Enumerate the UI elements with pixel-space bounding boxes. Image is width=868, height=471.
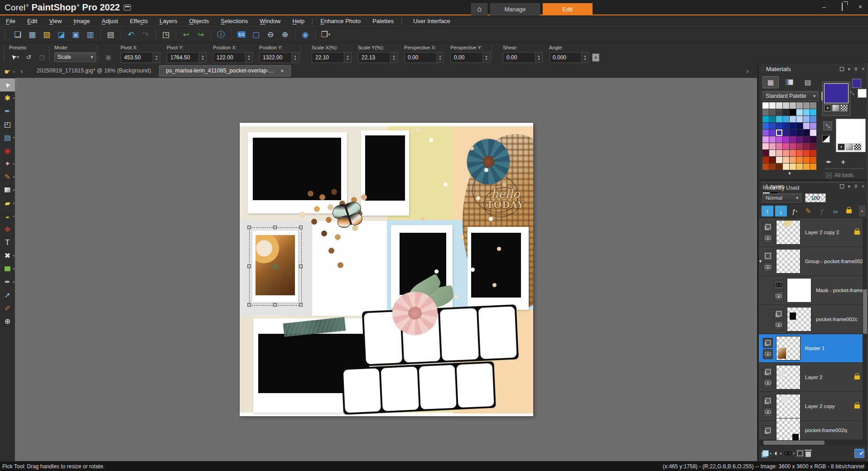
- dropper-tool[interactable]: ✒: [0, 105, 15, 118]
- layers-toolbar-overflow[interactable]: ▾: [859, 206, 865, 216]
- float-panel-icon[interactable]: [840, 184, 844, 188]
- angle-dropdown-button[interactable]: ▾: [592, 53, 599, 62]
- edit-selection-button[interactable]: ✎: [802, 206, 814, 216]
- spinner-buttons[interactable]: ▲▼: [535, 52, 543, 63]
- workspace-tab-manage[interactable]: Manage: [490, 3, 540, 15]
- color-swatch[interactable]: [776, 143, 782, 149]
- palette-select[interactable]: Standard Palette ▾: [762, 91, 819, 101]
- pivot-handle[interactable]: [273, 264, 278, 269]
- save-as-button[interactable]: ▥: [83, 28, 97, 41]
- foreground-color-swatch[interactable]: [824, 83, 849, 103]
- expand-collapse-icon[interactable]: ▼: [759, 259, 762, 264]
- layer-row-pocket-frame002q[interactable]: pocket-frame002q: [759, 421, 868, 439]
- resize-handle[interactable]: [299, 303, 303, 307]
- restore-button[interactable]: [838, 3, 846, 10]
- mode-select[interactable]: Scale▾: [54, 52, 96, 62]
- mini-foreground-swatch[interactable]: [852, 79, 861, 88]
- dropper-icon[interactable]: ✒: [826, 158, 832, 166]
- color-swatch[interactable]: [776, 130, 782, 136]
- pick-tool-selection-box[interactable]: [249, 227, 301, 305]
- makeover-tool[interactable]: ✦▾: [0, 157, 15, 170]
- color-swatch[interactable]: [810, 102, 816, 109]
- gradient-tool[interactable]: ▾: [0, 183, 15, 197]
- color-swatch[interactable]: [803, 130, 810, 136]
- zoom-out-button[interactable]: ⊖: [264, 28, 277, 41]
- color-swatch[interactable]: [776, 123, 782, 129]
- layer-visibility-cell[interactable]: [763, 407, 773, 417]
- numeric-field[interactable]: 122.00▲▼: [213, 52, 253, 63]
- browse-button[interactable]: ▦: [25, 28, 39, 41]
- color-swatch[interactable]: [796, 163, 803, 170]
- color-swatch[interactable]: [796, 136, 803, 143]
- color-swatch[interactable]: [776, 163, 782, 170]
- color-swatch[interactable]: [769, 116, 776, 122]
- color-swatch[interactable]: [796, 150, 803, 156]
- color-swatch[interactable]: [769, 157, 776, 163]
- link-layers-button[interactable]: ∞: [829, 206, 841, 216]
- background-swatch-frame[interactable]: ▾: [836, 119, 866, 152]
- menu-layers[interactable]: Layers: [154, 17, 183, 25]
- minimize-button[interactable]: –: [820, 3, 828, 10]
- tab-swatches[interactable]: ▦: [762, 76, 779, 88]
- color-swatch[interactable]: [810, 163, 816, 170]
- swap-colors-button[interactable]: ⤡: [823, 121, 832, 130]
- color-swatch[interactable]: [783, 123, 789, 129]
- preset-shape-tool[interactable]: ✖▾: [0, 249, 15, 262]
- fg-color-style-button[interactable]: ▾: [824, 105, 831, 111]
- magnifier-button[interactable]: ◉: [299, 28, 312, 41]
- field-value[interactable]: 122.00: [213, 52, 246, 63]
- color-swatch[interactable]: [810, 130, 816, 136]
- layer-thumbnail[interactable]: [787, 278, 811, 303]
- color-swatch[interactable]: [776, 157, 782, 163]
- resize-handle[interactable]: [247, 226, 251, 229]
- layer-thumbnail[interactable]: [776, 336, 800, 360]
- move-layer-down-button[interactable]: ↓: [775, 206, 787, 216]
- import-button[interactable]: ◪: [54, 28, 68, 41]
- layer-row-group-pocket-frame002c[interactable]: ▼Group - pocket-frame002c: [759, 247, 868, 275]
- color-swatch[interactable]: [803, 116, 810, 122]
- spinner-buttons[interactable]: ▲▼: [246, 52, 253, 63]
- menu-help[interactable]: Help: [287, 17, 311, 25]
- color-swatch[interactable]: [783, 109, 789, 115]
- tab-scroll-left-icon[interactable]: ‹: [15, 67, 29, 75]
- spinner-buttons[interactable]: ▲▼: [391, 52, 398, 63]
- close-button[interactable]: ×: [856, 3, 864, 10]
- menu-adjust[interactable]: Adjust: [96, 17, 124, 25]
- tab-rainbow[interactable]: [781, 76, 797, 88]
- layer-row-layer-2-copy[interactable]: Layer 2 copy: [759, 392, 868, 420]
- color-swatch[interactable]: [762, 116, 769, 122]
- color-swatch[interactable]: [796, 102, 803, 109]
- layer-row-mask-pocket-frame002c[interactable]: Mask - pocket-frame002c: [759, 276, 868, 304]
- color-swatch[interactable]: [796, 157, 803, 163]
- menu-edit[interactable]: Edit: [21, 17, 43, 25]
- move-layer-up-button[interactable]: ↑: [762, 206, 773, 216]
- open-button[interactable]: ▨: [40, 28, 53, 41]
- color-swatch[interactable]: [790, 116, 796, 122]
- bg-gradient-style-button[interactable]: [846, 144, 853, 150]
- bg-texture-style-button[interactable]: [854, 144, 861, 150]
- add-swatch-icon[interactable]: ＋: [840, 158, 847, 166]
- layer-row-raster-1[interactable]: Raster 1: [759, 334, 868, 362]
- rectangle-tool[interactable]: ▾: [0, 262, 15, 275]
- numeric-field[interactable]: 1764.50▲▼: [167, 52, 207, 63]
- close-tab-icon[interactable]: ×: [280, 67, 284, 74]
- color-swatch[interactable]: [776, 150, 782, 156]
- mini-swap-colors-icon[interactable]: ⤡: [850, 91, 854, 96]
- close-panel-icon[interactable]: ×: [862, 184, 864, 189]
- home-button[interactable]: ⌂: [471, 3, 487, 15]
- color-swatch[interactable]: [783, 163, 789, 170]
- layer-thumbnail[interactable]: [776, 249, 800, 274]
- color-swatch[interactable]: [790, 157, 796, 163]
- field-value[interactable]: 22.10: [312, 52, 344, 63]
- color-swatch[interactable]: [769, 143, 776, 149]
- menu-palettes[interactable]: Palettes: [366, 17, 400, 25]
- color-swatch[interactable]: [796, 109, 803, 115]
- menu-enhance-photo[interactable]: Enhance Photo: [314, 17, 366, 25]
- save-button[interactable]: ▣: [69, 28, 82, 41]
- color-swatch[interactable]: [803, 136, 810, 143]
- document-tab-1[interactable]: ps_marisa-lerin_411085_pocket-overlap-..…: [159, 65, 290, 77]
- menu-image[interactable]: Image: [68, 17, 96, 25]
- paint-brush-tool[interactable]: ✎▾: [0, 170, 15, 183]
- red-eye-tool[interactable]: ◉: [0, 144, 15, 157]
- blend-mode-select[interactable]: Normal ▾: [762, 193, 801, 202]
